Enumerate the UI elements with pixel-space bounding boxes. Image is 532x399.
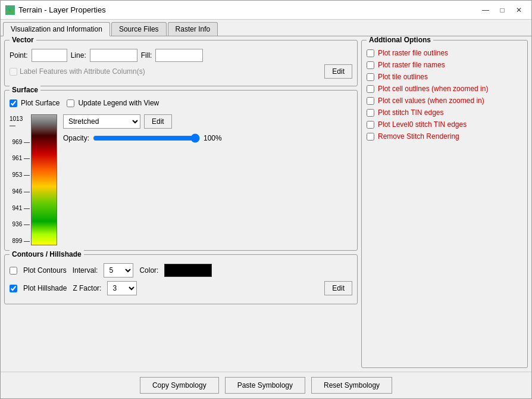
plot-contours-label: Plot Contours — [23, 266, 67, 275]
scale-label-936: 936 — — [12, 221, 30, 227]
contours-group: Contours / Hillshade Plot Contours Inter… — [4, 254, 358, 304]
main-content: Vector Point: Line: Fill: Label Features… — [1, 36, 531, 372]
scale-label-899: 899 — — [12, 238, 30, 244]
zfactor-select[interactable]: 1 2 3 5 — [107, 281, 137, 295]
option-item-3: Plot cell outlines (when zoomed in) — [367, 85, 522, 93]
title-controls: — □ ✕ — [478, 4, 527, 16]
stretch-mode-select[interactable]: Stretched Classified Discrete Color — [63, 114, 140, 129]
option-text-3: Plot cell outlines (when zoomed in) — [378, 85, 488, 93]
scale-label-961: 961 — — [12, 155, 30, 161]
surface-controls: Stretched Classified Discrete Color Edit… — [63, 114, 352, 143]
option-checkbox-3[interactable] — [367, 85, 374, 93]
contours-bottom-row: Plot Hillshade Z Factor: 1 2 3 5 Edit — [10, 281, 352, 295]
surface-edit-button[interactable]: Edit — [144, 114, 172, 129]
option-checkbox-1[interactable] — [367, 61, 374, 69]
maximize-button[interactable]: □ — [495, 4, 510, 16]
option-text-2: Plot tile outlines — [378, 73, 428, 81]
additional-options-label: Addtional Options — [367, 36, 433, 44]
option-checkbox-6[interactable] — [367, 121, 374, 129]
terrain-icon — [5, 5, 15, 15]
option-checkbox-5[interactable] — [367, 109, 374, 117]
option-text-1: Plot raster file names — [378, 61, 445, 69]
option-item-2: Plot tile outlines — [367, 73, 522, 81]
interval-label: Interval: — [73, 266, 98, 275]
vector-group: Vector Point: Line: Fill: Label Features… — [4, 40, 358, 86]
option-checkbox-2[interactable] — [367, 73, 374, 81]
attribute-checkbox-row: Label Features with Attribute Column(s) — [10, 67, 145, 76]
option-text-4: Plot cell values (when zoomed in) — [378, 96, 484, 105]
option-text-6: Plot Level0 stitch TIN edges — [378, 120, 467, 129]
opacity-slider[interactable] — [93, 133, 200, 143]
scale-label-953: 953 — — [12, 172, 30, 178]
point-input[interactable] — [32, 49, 67, 62]
opacity-label: Opacity: — [63, 134, 89, 142]
line-input[interactable] — [90, 49, 137, 62]
vector-attribute-row: Label Features with Attribute Column(s) … — [10, 64, 352, 79]
zfactor-label: Z Factor: — [73, 284, 101, 292]
line-label: Line: — [71, 51, 86, 60]
option-item-4: Plot cell values (when zoomed in) — [367, 96, 522, 105]
opacity-row: Opacity: 100% — [63, 133, 352, 143]
window-title: Terrain - Layer Properties — [18, 5, 106, 14]
plot-hillshade-checkbox[interactable] — [10, 285, 17, 292]
surface-main-area: 1013 — 969 — 961 — 953 — 946 — 941 — 936… — [10, 114, 352, 245]
option-item-6: Plot Level0 stitch TIN edges — [367, 120, 522, 129]
additional-options-group: Addtional Options Plot raster file outli… — [361, 40, 528, 368]
update-legend-checkbox[interactable] — [67, 99, 74, 107]
right-panel: Addtional Options Plot raster file outli… — [361, 40, 528, 368]
scale-label-1013: 1013 — — [10, 116, 30, 129]
copy-symbology-button[interactable]: Copy Symbology — [140, 377, 219, 394]
plot-hillshade-label: Plot Hillshade — [23, 284, 67, 292]
color-swatch[interactable] — [164, 264, 212, 277]
surface-top-row: Plot Surface Update Legend with View — [10, 99, 352, 110]
left-panel: Vector Point: Line: Fill: Label Features… — [4, 40, 358, 368]
fill-input[interactable] — [155, 49, 203, 62]
option-checkbox-7[interactable] — [367, 133, 374, 141]
stretched-row: Stretched Classified Discrete Color Edit — [63, 114, 352, 129]
option-checkbox-0[interactable] — [367, 49, 374, 57]
option-text-7: Remove Stitch Rendering — [378, 132, 459, 141]
option-text-0: Plot raster file outlines — [378, 49, 448, 57]
main-window: Terrain - Layer Properties — □ ✕ Visuali… — [0, 0, 532, 399]
reset-symbology-button[interactable]: Reset Symbology — [311, 377, 392, 394]
title-bar-left: Terrain - Layer Properties — [5, 5, 106, 15]
opacity-value: 100% — [204, 134, 222, 142]
option-text-5: Plot stitch TIN edges — [378, 108, 444, 117]
color-scale-container: 1013 — 969 — 961 — 953 — 946 — 941 — 936… — [10, 114, 57, 245]
tab-visualization[interactable]: Visualization and Information — [3, 22, 110, 36]
title-bar: Terrain - Layer Properties — □ ✕ — [1, 1, 531, 20]
point-label: Point: — [10, 51, 28, 60]
tab-bar: Visualization and Information Source Fil… — [1, 20, 531, 36]
surface-group: Surface Plot Surface Update Legend with … — [4, 90, 358, 251]
plot-contours-checkbox[interactable] — [10, 267, 17, 275]
update-legend-row: Update Legend with View — [67, 99, 159, 107]
color-scale: 1013 — 969 — 961 — 953 — 946 — 941 — 936… — [10, 114, 57, 245]
contours-group-label: Contours / Hillshade — [10, 250, 84, 258]
minimize-button[interactable]: — — [478, 4, 493, 16]
plot-surface-checkbox[interactable] — [10, 99, 17, 107]
scale-label-941: 941 — — [12, 205, 30, 211]
surface-group-label: Surface — [10, 86, 40, 94]
interval-select[interactable]: 5 10 20 50 — [104, 263, 133, 278]
option-checkbox-4[interactable] — [367, 97, 374, 105]
paste-symbology-button[interactable]: Paste Symbology — [225, 377, 305, 394]
scale-label-969: 969 — — [12, 139, 30, 145]
vector-inputs-row: Point: Line: Fill: — [10, 49, 352, 62]
color-label: Color: — [139, 266, 158, 275]
color-scale-gradient — [31, 114, 57, 245]
option-item-7: Remove Stitch Rendering — [367, 132, 522, 141]
vector-edit-button[interactable]: Edit — [324, 64, 352, 79]
tab-source-files[interactable]: Source Files — [111, 22, 167, 36]
attribute-checkbox[interactable] — [10, 68, 17, 76]
attribute-label: Label Features with Attribute Column(s) — [20, 67, 145, 76]
plot-surface-label: Plot Surface — [21, 99, 60, 107]
option-item-1: Plot raster file names — [367, 61, 522, 69]
option-item-5: Plot stitch TIN edges — [367, 108, 522, 117]
contours-edit-button[interactable]: Edit — [324, 281, 352, 295]
scale-label-946: 946 — — [12, 188, 30, 195]
tab-raster-info[interactable]: Raster Info — [168, 22, 218, 36]
option-item-0: Plot raster file outlines — [367, 49, 522, 57]
close-button[interactable]: ✕ — [511, 4, 527, 16]
plot-surface-row: Plot Surface — [10, 99, 60, 107]
vector-group-label: Vector — [10, 36, 36, 44]
